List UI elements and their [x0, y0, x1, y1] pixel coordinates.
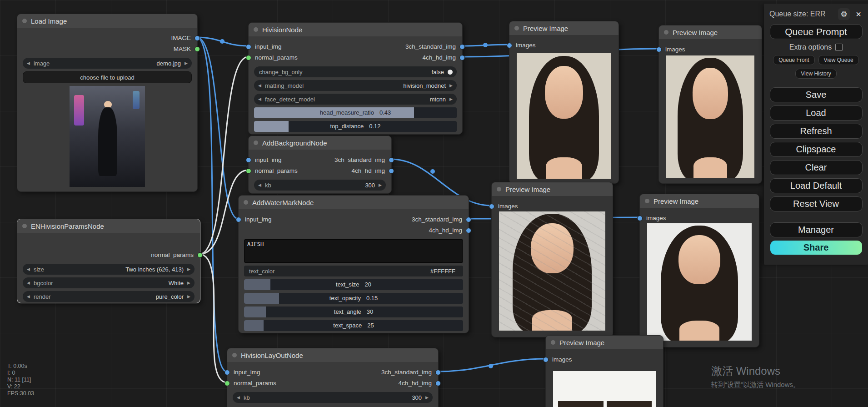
widget-text-opacity-slider[interactable]: text_opacity 0.15 — [244, 293, 463, 304]
choose-file-button[interactable]: choose file to upload — [23, 71, 192, 83]
collapse-dot-icon[interactable] — [497, 187, 501, 191]
output-port-3ch-standard-img[interactable] — [466, 217, 471, 222]
combo-next-icon[interactable]: ▶ — [449, 97, 453, 101]
widget-matting-model[interactable]: ◀ matting_model hivision_modnet ▶ — [254, 80, 457, 91]
output-port-4ch-hd-img[interactable] — [389, 168, 394, 174]
load-default-button[interactable]: Load Default — [770, 178, 863, 193]
node-titlebar[interactable]: ENHivisionParamsNode — [17, 219, 200, 233]
comfyui-canvas[interactable]: Load Image IMAGE MASK ◀ image demo.jpg ▶… — [0, 0, 868, 407]
combo-next-icon[interactable]: ▶ — [187, 281, 190, 285]
input-port-input-img[interactable] — [236, 217, 241, 222]
input-port-normal-params[interactable] — [224, 381, 230, 386]
clear-button[interactable]: Clear — [770, 160, 863, 175]
combo-next-icon[interactable]: ▶ — [185, 61, 188, 65]
link-dot[interactable] — [220, 39, 224, 44]
widget-text-space-slider[interactable]: text_space 25 — [244, 320, 463, 331]
widget-text-size-slider[interactable]: text_size 20 — [244, 279, 463, 290]
node-titlebar[interactable]: Preview Image — [640, 194, 759, 208]
output-port-normal-params[interactable] — [197, 252, 203, 258]
input-port-input-img[interactable] — [246, 44, 251, 50]
collapse-dot-icon[interactable] — [22, 19, 27, 23]
collapse-dot-icon[interactable] — [244, 200, 248, 205]
queue-prompt-button[interactable]: Queue Prompt — [770, 24, 863, 39]
collapse-dot-icon[interactable] — [551, 340, 555, 345]
widget-size[interactable]: ◀ size Two inches (626, 413) ▶ — [23, 264, 195, 275]
node-titlebar[interactable]: Load Image — [17, 14, 197, 28]
link-dot[interactable] — [430, 169, 435, 174]
node-titlebar[interactable]: Preview Image — [492, 182, 613, 196]
input-port-normal-params[interactable] — [246, 55, 251, 60]
queue-front-button[interactable]: Queue Front — [773, 55, 814, 65]
combo-prev-icon[interactable]: ◀ — [258, 97, 261, 101]
preview-photo[interactable] — [666, 55, 754, 178]
collapse-dot-icon[interactable] — [514, 26, 519, 30]
input-port-input-img[interactable] — [246, 157, 251, 163]
reset-view-button[interactable]: Reset View — [770, 196, 863, 211]
combo-next-icon[interactable]: ▶ — [187, 267, 190, 271]
view-queue-button[interactable]: View Queue — [818, 55, 859, 65]
link-dot[interactable] — [489, 364, 493, 368]
node-hivision-layout[interactable]: HivisionLayOutNode input_img 3ch_standar… — [227, 348, 439, 407]
node-hivision[interactable]: HivisionNode input_img 3ch_standard_img … — [248, 22, 463, 135]
collapse-dot-icon[interactable] — [664, 30, 668, 35]
node-preview-image-2[interactable]: Preview Image images — [658, 25, 762, 184]
clipspace-button[interactable]: Clipspace — [770, 142, 863, 157]
output-port-3ch-standard-img[interactable] — [389, 157, 394, 163]
link-dot[interactable] — [483, 43, 488, 47]
node-preview-image-3[interactable]: Preview Image images — [491, 182, 613, 337]
watermark-text-input[interactable]: AIFSH — [244, 239, 463, 263]
combo-next-icon[interactable]: ▶ — [425, 395, 429, 400]
input-port-images[interactable] — [543, 357, 549, 362]
widget-render[interactable]: ◀ render pure_color ▶ — [23, 291, 195, 302]
preview-photo[interactable] — [517, 53, 611, 179]
output-port-3ch-standard-img[interactable] — [435, 370, 441, 375]
node-add-background[interactable]: AddBackgroundNode input_img 3ch_standard… — [248, 136, 392, 194]
combo-prev-icon[interactable]: ◀ — [258, 83, 261, 88]
output-port-3ch-standard-img[interactable] — [459, 44, 465, 50]
widget-face-detect-model[interactable]: ◀ face_detect_model mtcnn ▶ — [254, 94, 457, 105]
node-titlebar[interactable]: Preview Image — [509, 21, 619, 35]
node-preview-image-1[interactable]: Preview Image images — [509, 21, 619, 184]
collapse-dot-icon[interactable] — [254, 141, 258, 145]
node-preview-image-5[interactable]: Preview Image images — [545, 335, 663, 407]
input-port-normal-params[interactable] — [246, 168, 251, 174]
combo-next-icon[interactable]: ▶ — [187, 294, 190, 299]
node-titlebar[interactable]: HivisionNode — [249, 23, 462, 36]
comfy-menu-panel[interactable]: Queue size: ERR ⚙ × Queue Prompt Extra o… — [764, 4, 868, 265]
node-en-hivision-params[interactable]: ENHivisionParamsNode normal_params ◀ siz… — [17, 219, 200, 303]
collapse-dot-icon[interactable] — [645, 199, 649, 203]
input-port-input-img[interactable] — [224, 370, 230, 375]
combo-prev-icon[interactable]: ◀ — [27, 281, 30, 285]
widget-kb[interactable]: ◀ kb 300 ▶ — [233, 392, 433, 403]
collapse-dot-icon[interactable] — [254, 27, 258, 32]
widget-bgcolor[interactable]: ◀ bgcolor White ▶ — [23, 277, 195, 288]
collapse-dot-icon[interactable] — [232, 353, 237, 357]
combo-next-icon[interactable]: ▶ — [449, 83, 453, 88]
input-port-images[interactable] — [656, 47, 662, 52]
load-button[interactable]: Load — [770, 106, 863, 121]
widget-head-measure-ratio-slider[interactable]: head_measure_ratio 0.43 — [254, 107, 457, 118]
input-port-images[interactable] — [507, 43, 512, 48]
output-port-4ch-hd-img[interactable] — [466, 228, 471, 233]
manager-button[interactable]: Manager — [770, 222, 863, 237]
node-titlebar[interactable]: Preview Image — [546, 336, 663, 349]
extra-options-checkbox[interactable] — [835, 44, 843, 51]
node-load-image[interactable]: Load Image IMAGE MASK ◀ image demo.jpg ▶… — [17, 14, 198, 192]
widget-top-distance-slider[interactable]: top_distance 0.12 — [254, 121, 457, 132]
node-titlebar[interactable]: AddBackgroundNode — [249, 136, 391, 150]
preview-photo[interactable] — [553, 371, 656, 407]
combo-prev-icon[interactable]: ◀ — [237, 395, 240, 400]
node-add-watermark[interactable]: AddWaterMarkNode input_img 3ch_standard_… — [238, 195, 469, 333]
combo-prev-icon[interactable]: ◀ — [27, 267, 30, 271]
input-port-images[interactable] — [637, 216, 643, 221]
toggle-knob-icon[interactable] — [448, 70, 453, 75]
refresh-button[interactable]: Refresh — [770, 124, 863, 139]
widget-kb[interactable]: ◀ kb 300 ▶ — [254, 180, 386, 191]
combo-prev-icon[interactable]: ◀ — [258, 183, 261, 187]
output-port-4ch-hd-img[interactable] — [459, 55, 465, 60]
combo-prev-icon[interactable]: ◀ — [27, 61, 30, 65]
widget-text-color[interactable]: text_color #FFFFFF — [244, 266, 463, 276]
node-preview-image-4[interactable]: Preview Image images — [639, 194, 759, 347]
combo-next-icon[interactable]: ▶ — [379, 183, 382, 187]
node-titlebar[interactable]: HivisionLayOutNode — [227, 348, 438, 362]
